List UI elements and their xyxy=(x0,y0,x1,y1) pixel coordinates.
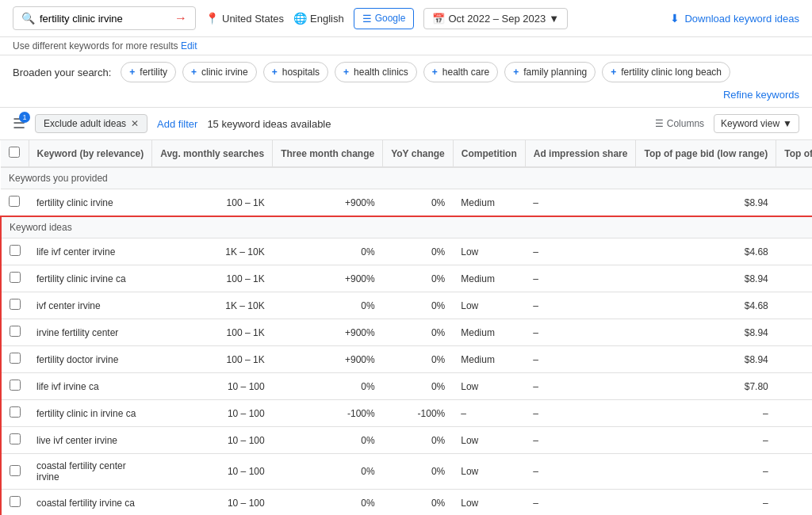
row-yoy: 0% xyxy=(383,189,454,217)
row-top-low: $4.68 xyxy=(636,238,776,265)
table-row: life ivf irvine ca 10 – 100 0% 0% Low – … xyxy=(1,373,812,400)
row-top-high: $29.26 xyxy=(776,319,812,346)
row-top-high: $21.67 xyxy=(776,373,812,400)
download-button[interactable]: ⬇ Download keyword ideas xyxy=(670,12,799,25)
row-ad-impression: – xyxy=(525,292,636,319)
section-provided: Keywords you provided xyxy=(1,167,812,189)
table-row: ivf center irvine 1K – 10K 0% 0% Low – $… xyxy=(1,292,812,319)
row-checkbox[interactable] xyxy=(1,346,29,373)
subtitle-bar: Use different keywords for more results … xyxy=(0,37,812,55)
row-top-low: – xyxy=(636,454,776,490)
broaden-label: Broaden your search: xyxy=(13,67,111,78)
row-competition: Medium xyxy=(453,346,525,373)
search-input[interactable] xyxy=(40,13,167,25)
edit-link[interactable]: Edit xyxy=(181,40,197,52)
row-checkbox[interactable] xyxy=(1,238,29,265)
keyword-view-button[interactable]: Keyword view ▼ xyxy=(714,114,799,133)
col-yoy: YoY change xyxy=(383,140,454,167)
keyword-view-label: Keyword view xyxy=(721,118,779,129)
location-label: United States xyxy=(222,13,284,25)
row-keyword: ivf center irvine xyxy=(29,292,152,319)
row-avg-monthly: 100 – 1K xyxy=(152,189,273,217)
tag-health-clinics[interactable]: +health clinics xyxy=(335,62,417,82)
row-competition: Medium xyxy=(453,265,525,292)
row-three-month: 0% xyxy=(273,427,383,454)
row-checkbox[interactable] xyxy=(1,189,29,217)
row-ad-impression: – xyxy=(525,400,636,427)
tag-fertility[interactable]: +fertility xyxy=(121,62,176,82)
row-checkbox[interactable] xyxy=(1,265,29,292)
col-avg-monthly: Avg. monthly searches xyxy=(152,140,273,167)
row-checkbox[interactable] xyxy=(1,319,29,346)
tag-clinic-irvine[interactable]: +clinic irvine xyxy=(182,62,257,82)
search-box[interactable]: 🔍 → xyxy=(13,6,196,30)
engine-icon: ☰ xyxy=(362,13,372,25)
tag-family-planning[interactable]: +family planning xyxy=(504,62,596,82)
location-selector[interactable]: 📍 United States xyxy=(205,12,284,25)
row-three-month: +900% xyxy=(273,319,383,346)
row-avg-monthly: 100 – 1K xyxy=(152,265,273,292)
row-three-month: 0% xyxy=(273,490,383,516)
row-top-low: $4.68 xyxy=(636,292,776,319)
row-avg-monthly: 10 – 100 xyxy=(152,373,273,400)
row-ad-impression: – xyxy=(525,373,636,400)
row-yoy: 0% xyxy=(383,427,454,454)
row-keyword: coastal fertility center irvine xyxy=(29,454,152,490)
download-icon: ⬇ xyxy=(670,12,680,25)
row-keyword: coastal fertility irvine ca xyxy=(29,490,152,516)
row-checkbox[interactable] xyxy=(1,373,29,400)
language-label: English xyxy=(310,13,344,25)
row-top-high: – xyxy=(776,454,812,490)
language-selector[interactable]: 🌐 English xyxy=(293,12,344,25)
row-checkbox[interactable] xyxy=(1,427,29,454)
table-row: fertility clinic irvine 100 – 1K +900% 0… xyxy=(1,189,812,217)
row-competition: Medium xyxy=(453,189,525,217)
table-row: live ivf center irvine 10 – 100 0% 0% Lo… xyxy=(1,427,812,454)
date-selector[interactable]: 📅 Oct 2022 – Sep 2023 ▼ xyxy=(423,8,568,29)
chevron-down-icon: ▼ xyxy=(549,13,559,25)
row-yoy: -100% xyxy=(383,400,454,427)
row-top-low: – xyxy=(636,400,776,427)
engine-label: Google xyxy=(375,13,406,24)
row-checkbox[interactable] xyxy=(1,292,29,319)
subtitle-text: Use different keywords for more results xyxy=(13,40,178,52)
engine-selector[interactable]: ☰ Google xyxy=(354,8,415,29)
tag-health-care[interactable]: +health care xyxy=(423,62,498,82)
row-avg-monthly: 10 – 100 xyxy=(152,454,273,490)
row-top-low: $8.94 xyxy=(636,189,776,217)
download-label: Download keyword ideas xyxy=(684,13,799,25)
row-top-low: $8.94 xyxy=(636,319,776,346)
row-ad-impression: – xyxy=(525,454,636,490)
col-checkbox[interactable] xyxy=(1,140,29,167)
tag-fertility-clinic-long-beach[interactable]: +fertility clinic long beach xyxy=(602,62,730,82)
keywords-table: Keyword (by relevance) Avg. monthly sear… xyxy=(0,140,812,515)
row-three-month: 0% xyxy=(273,373,383,400)
row-ad-impression: – xyxy=(525,490,636,516)
table-wrap: Keyword (by relevance) Avg. monthly sear… xyxy=(0,140,812,515)
filter-badge: 1 xyxy=(19,112,30,123)
col-three-month: Three month change xyxy=(273,140,383,167)
row-competition: Low xyxy=(453,490,525,516)
row-checkbox[interactable] xyxy=(1,454,29,490)
col-top-low: Top of page bid (low range) xyxy=(636,140,776,167)
col-competition: Competition xyxy=(453,140,525,167)
row-checkbox[interactable] xyxy=(1,490,29,516)
select-all-checkbox[interactable] xyxy=(9,147,20,158)
exclude-tag-label: Exclude adult ideas xyxy=(44,118,126,129)
add-filter-button[interactable]: Add filter xyxy=(157,118,197,130)
tag-hospitals[interactable]: +hospitals xyxy=(263,62,328,82)
row-three-month: 0% xyxy=(273,292,383,319)
refine-keywords-button[interactable]: Refine keywords xyxy=(723,89,799,101)
calendar-icon: 📅 xyxy=(432,13,445,25)
filter-icon-wrapper[interactable]: ☰ 1 xyxy=(13,115,25,132)
row-keyword: life ivf center irvine xyxy=(29,238,152,265)
filter-bar: ☰ 1 Exclude adult ideas ✕ Add filter 15 … xyxy=(0,108,812,140)
row-checkbox[interactable] xyxy=(1,400,29,427)
exclude-tag-close[interactable]: ✕ xyxy=(131,118,139,129)
row-yoy: 0% xyxy=(383,292,454,319)
row-yoy: 0% xyxy=(383,265,454,292)
columns-button[interactable]: ☰ Columns xyxy=(655,118,704,129)
row-competition: Low xyxy=(453,454,525,490)
row-keyword: life ivf irvine ca xyxy=(29,373,152,400)
row-avg-monthly: 10 – 100 xyxy=(152,427,273,454)
